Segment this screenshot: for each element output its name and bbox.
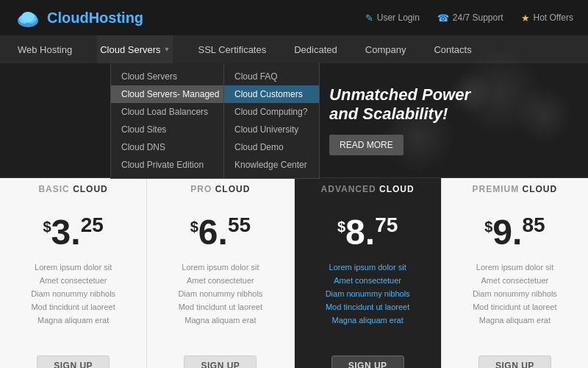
header-nav: ✎ User Login ☎ 24/7 Support ★ Hot Offers [365,13,573,24]
plan-advanced: $8.75 Lorem ipsum dolor sit Amet consect… [295,200,442,368]
read-more-button[interactable]: READ MORE [329,135,404,155]
nav-company[interactable]: Company [362,35,409,63]
pro-cloud-label: PRO CLOUD [147,178,294,200]
premium-price: $9.85 [484,215,545,250]
dropdown-cloud-load-balancers[interactable]: Cloud Load Balancers [111,103,223,121]
logo-icon [15,4,41,31]
nav-dedicated[interactable]: Dedicated [291,35,340,63]
advanced-signup-button[interactable]: SIGN UP [331,355,404,368]
main-nav: Web Hosting Cloud Servers ▼ SSL Certific… [0,35,588,63]
basic-features: Lorem ipsum dolor sit Amet consectetuer … [31,261,115,345]
hero-text: Unmatched Power and Scalability! READ MO… [329,85,470,155]
basic-feat-5: Magna aliquam erat [31,314,115,327]
pro-feat-2: Amet consectetuer [178,274,262,287]
support-label: 24/7 Support [453,13,503,23]
person-icon: ✎ [365,13,373,24]
dropdown-col2: Cloud FAQ Cloud Customers Cloud Computin… [224,63,320,179]
user-login-nav[interactable]: ✎ User Login [365,13,420,24]
premium-price-dec: 85 [522,213,545,236]
pro-price: $6.55 [190,215,251,250]
premium-feat-1: Lorem ipsum dolor sit [473,261,557,274]
plan-pro: $6.55 Lorem ipsum dolor sit Amet consect… [147,200,294,368]
dropdown-cloud-private[interactable]: Cloud Private Edition [111,156,223,174]
dropdown-col1: Cloud Servers Cloud Servers- Managed Clo… [110,63,224,179]
basic-currency: $ [43,219,51,235]
pricing-label-row: BASIC CLOUD PRO CLOUD ADVANCED CLOUD PRE… [0,177,588,200]
dropdown-cloud-university[interactable]: Cloud University [224,121,319,138]
logo-area[interactable]: CloudHosting [15,4,143,31]
premium-signup-button[interactable]: SIGN UP [478,355,551,368]
advanced-price-dec: 75 [375,213,398,236]
nav-dedicated-label: Dedicated [294,44,337,55]
plan-basic: $3.25 Lorem ipsum dolor sit Amet consect… [0,200,147,368]
pro-signup-button[interactable]: SIGN UP [184,355,257,368]
plan-premium: $9.85 Lorem ipsum dolor sit Amet consect… [442,200,588,368]
nav-cloud-servers-label: Cloud Servers [100,44,160,55]
star-icon: ★ [521,13,530,24]
basic-feat-4: Mod tincidunt ut laoreet [31,300,115,314]
basic-feat-1: Lorem ipsum dolor sit [31,261,115,274]
support-nav[interactable]: ☎ 24/7 Support [437,13,503,24]
premium-price-int: 9 [492,213,512,252]
logo-second: Hosting [89,10,143,26]
basic-feat-3: Diam nonummy nibhols [31,287,115,300]
hot-offers-nav[interactable]: ★ Hot Offers [521,13,573,24]
dropdown-cloud-servers-managed[interactable]: Cloud Servers- Managed [111,85,223,103]
basic-price: $3.25 [43,215,103,250]
nav-web-hosting-label: Web Hosting [18,44,72,55]
premium-feat-5: Magna aliquam erat [473,314,557,327]
advanced-features: Lorem ipsum dolor sit Amet consectetuer … [326,261,410,345]
premium-cloud-label: PREMIUM CLOUD [442,178,588,200]
premium-features: Lorem ipsum dolor sit Amet consectetuer … [473,261,557,345]
dropdown-cloud-customers[interactable]: Cloud Customers [224,85,319,103]
nav-contacts[interactable]: Contacts [431,35,474,63]
dropdown-knowledge-center[interactable]: Knowledge Center [224,156,319,174]
dropdown-arrow: ▼ [164,46,171,53]
content-area: Cloud Servers Cloud Servers- Managed Clo… [0,63,588,177]
hot-offers-label: Hot Offers [534,13,573,23]
dropdown-cloud-dns[interactable]: Cloud DNS [111,138,223,156]
nav-contacts-label: Contacts [434,44,471,55]
dropdown-cloud-faq[interactable]: Cloud FAQ [224,68,319,85]
logo-first: Cloud [47,10,89,26]
advanced-feat-4: Mod tincidunt ut laoreet [326,300,410,314]
basic-feat-2: Amet consectetuer [31,274,115,287]
premium-feat-3: Diam nonummy nibhols [473,287,557,300]
pro-price-dec: 55 [228,213,251,236]
advanced-feat-3: Diam nonummy nibhols [326,287,410,300]
phone-icon: ☎ [437,13,449,24]
pro-feat-5: Magna aliquam erat [178,314,262,327]
nav-ssl-label: SSL Certificates [198,44,266,55]
hero-title-line1: Unmatched Power [329,85,470,104]
dropdown-cloud-computing[interactable]: Cloud Computing? [224,103,319,121]
advanced-currency: $ [337,219,345,235]
pro-features: Lorem ipsum dolor sit Amet consectetuer … [178,261,262,345]
nav-cloud-servers[interactable]: Cloud Servers ▼ [97,35,173,63]
dropdown-cloud-servers[interactable]: Cloud Servers [111,68,223,85]
svg-point-3 [21,12,35,22]
basic-signup-button[interactable]: SIGN UP [37,355,110,368]
basic-price-int: 3 [51,213,71,252]
pro-price-int: 6 [198,213,218,252]
premium-feat-2: Amet consectetuer [473,274,557,287]
nav-company-label: Company [365,44,406,55]
advanced-price: $8.75 [337,215,398,250]
premium-feat-4: Mod tincidunt ut laoreet [473,300,557,314]
nav-ssl[interactable]: SSL Certificates [195,35,269,63]
hero-title-line2: and Scalability! [329,105,448,123]
basic-cloud-label: BASIC CLOUD [0,178,147,200]
pro-feat-3: Diam nonummy nibhols [178,287,262,300]
dropdown-cloud-demo[interactable]: Cloud Demo [224,138,319,156]
pro-feat-1: Lorem ipsum dolor sit [178,261,262,274]
basic-price-dec: 25 [81,213,104,236]
dropdown-panel: Cloud Servers Cloud Servers- Managed Clo… [110,63,320,179]
header: CloudHosting ✎ User Login ☎ 24/7 Support… [0,0,588,35]
hero-title: Unmatched Power and Scalability! [329,85,470,124]
advanced-cloud-label: ADVANCED CLOUD [295,178,442,200]
advanced-feat-2: Amet consectetuer [326,274,410,287]
logo-text: CloudHosting [47,10,143,26]
pricing-section: $3.25 Lorem ipsum dolor sit Amet consect… [0,200,588,368]
dropdown-cloud-sites[interactable]: Cloud Sites [111,121,223,138]
pro-currency: $ [190,219,198,235]
nav-web-hosting[interactable]: Web Hosting [15,35,75,63]
